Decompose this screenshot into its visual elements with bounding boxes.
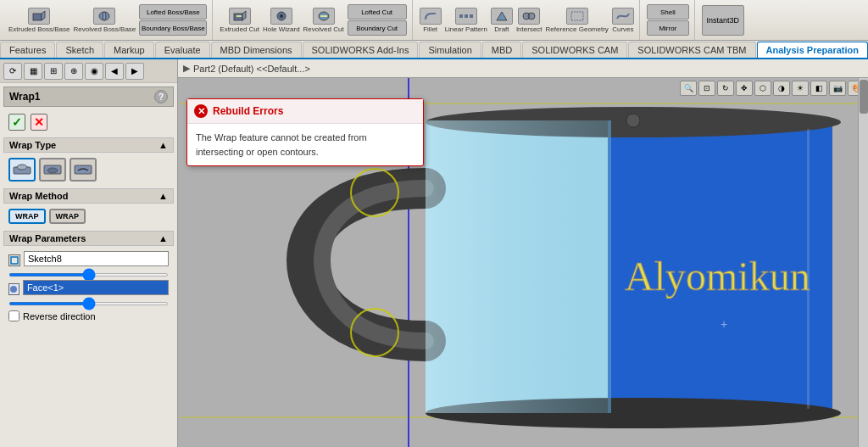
fillet-item[interactable]: Fillet — [420, 8, 442, 33]
scrollbar-thumb[interactable] — [860, 80, 868, 114]
sketch-icon — [8, 254, 20, 266]
tab-bar: Features Sketch Markup Evaluate MBD Dime… — [0, 41, 868, 59]
fillet-icon[interactable] — [420, 8, 442, 25]
wrap-method-section-header[interactable]: Wrap Method ▲ — [3, 188, 174, 204]
tab-evaluate[interactable]: Evaluate — [155, 42, 210, 58]
face-icon — [8, 283, 19, 295]
revolved-boss-item[interactable]: Revolved Boss/Base — [73, 8, 136, 33]
wrap-method-buttons: WRAP WRAP — [8, 209, 169, 224]
toolbar-group-features: Fillet Linear Pattern Draft Intersect Re… — [415, 0, 640, 40]
path-bar: ▶ Part2 (Default) <<Default...> — [178, 59, 868, 78]
lofted-cut-icon[interactable]: Lofted Cut — [348, 4, 407, 20]
panel-tool-color[interactable]: ◉ — [85, 63, 103, 80]
hole-wizard-item[interactable]: Hole Wizard — [263, 8, 300, 33]
instant3d-item[interactable]: Instant3D — [702, 5, 744, 36]
panel-tool-nav2[interactable]: ▶ — [125, 63, 144, 80]
draft-icon[interactable] — [491, 8, 513, 25]
error-popup: ✕ Rebuild Errors The Wrap feature cannot… — [186, 98, 424, 166]
wrap-params-collapse: ▲ — [159, 233, 168, 243]
tab-analysis-prep[interactable]: Analysis Preparation — [757, 42, 868, 58]
svg-marker-5 — [242, 11, 246, 20]
curves-label: Curves — [612, 25, 633, 33]
wrap-type-deboss-btn[interactable] — [39, 158, 66, 182]
draft-label: Draft — [494, 25, 509, 33]
slider-row — [8, 273, 169, 277]
mug-glass-overlay — [426, 120, 608, 413]
face-slider[interactable] — [8, 302, 169, 305]
ref-geometry-icon[interactable] — [566, 8, 588, 25]
curves-icon[interactable] — [612, 8, 634, 25]
svg-point-8 — [280, 14, 283, 18]
linear-pattern-item[interactable]: Linear Pattern — [445, 8, 487, 33]
svg-marker-14 — [497, 12, 507, 20]
revolved-cut-item[interactable]: Revolved Cut — [303, 8, 344, 33]
tab-features[interactable]: Features — [0, 42, 55, 58]
reverse-direction-checkbox[interactable] — [8, 310, 19, 321]
accept-button[interactable]: ✓ — [8, 114, 25, 131]
tab-sketch[interactable]: Sketch — [56, 42, 103, 58]
reject-button[interactable]: ✕ — [31, 114, 47, 131]
boundary-cut-icon[interactable]: Boundary Cut — [348, 20, 407, 36]
extruded-boss-label: Extruded Boss/Base — [8, 25, 70, 33]
wrap-method-content: WRAP WRAP — [3, 205, 174, 227]
svg-rect-17 — [571, 12, 583, 20]
revolved-boss-icon[interactable] — [93, 8, 115, 25]
panel-tool-nav1[interactable]: ◀ — [105, 63, 124, 80]
error-header: ✕ Rebuild Errors — [187, 99, 423, 124]
draft-item[interactable]: Draft — [491, 8, 513, 33]
sketch-row — [8, 251, 169, 270]
face-selected-field[interactable]: Face<1> — [23, 280, 169, 295]
tab-sw-cam-tbm[interactable]: SOLIDWORKS CAM TBM — [628, 42, 755, 58]
lofted-boss-icon[interactable]: Lofted Boss/Base — [139, 4, 207, 20]
extruded-boss-item[interactable]: Extruded Boss/Base — [8, 8, 70, 33]
tab-markup[interactable]: Markup — [104, 42, 154, 58]
shell-icon[interactable]: Shell — [647, 4, 689, 20]
tab-simulation[interactable]: Simulation — [419, 42, 481, 58]
sketch-slider[interactable] — [8, 273, 169, 277]
hole-wizard-icon[interactable] — [270, 8, 292, 25]
panel-tool-grid[interactable]: ▦ — [24, 63, 42, 80]
wrap-type-scribe-btn[interactable] — [70, 158, 97, 182]
panel-tool-rotate[interactable]: ⟳ — [3, 63, 22, 80]
reverse-direction-label: Reverse direction — [23, 311, 96, 321]
tab-mbd-dimensions[interactable]: MBD Dimensions — [211, 42, 302, 58]
tab-mbd[interactable]: MBD — [482, 42, 521, 58]
panel-toolbar: ⟳ ▦ ⊞ ⊕ ◉ ◀ ▶ — [0, 59, 177, 83]
wrap-type-section-header[interactable]: Wrap Type ▲ — [3, 137, 174, 153]
viewport-scrollbar[interactable] — [858, 78, 868, 447]
extruded-cut-icon[interactable] — [229, 8, 251, 25]
intersect-icon[interactable] — [518, 8, 540, 25]
tab-solidworks-addins[interactable]: SOLIDWORKS Add-Ins — [303, 42, 419, 58]
instant3d-icon[interactable]: Instant3D — [702, 5, 744, 36]
wrap-type-content — [3, 154, 174, 185]
intersect-item[interactable]: Intersect — [516, 8, 542, 33]
wrap-type-label: Wrap Type — [9, 140, 56, 150]
svg-rect-4 — [234, 14, 242, 20]
extruded-cut-item[interactable]: Extruded Cut — [220, 8, 259, 33]
wrap-type-emboss-btn[interactable] — [8, 158, 36, 182]
extruded-boss-icon[interactable] — [28, 8, 50, 25]
wrap-params-section-header[interactable]: Wrap Parameters ▲ — [3, 231, 174, 246]
wrap-method-btn2[interactable]: WRAP — [49, 209, 86, 224]
toolbar-group-cut: Extruded Cut Hole Wizard Revolved Cut Lo… — [214, 0, 412, 40]
wrap-method-label: Wrap Method — [9, 191, 68, 201]
tab-sw-cam[interactable]: SOLIDWORKS CAM — [522, 42, 627, 58]
panel-tool-tree[interactable]: ⊞ — [44, 63, 63, 80]
panel-tool-crosshair[interactable]: ⊕ — [64, 63, 83, 80]
mug-right-highlight — [807, 129, 810, 409]
boundary-boss-icon[interactable]: Boundary Boss/Base — [139, 20, 207, 36]
toolbar-group-boss: Extruded Boss/Base Revolved Boss/Base Lo… — [3, 0, 213, 40]
face-row: Face<1> — [8, 280, 169, 299]
fillet-label: Fillet — [423, 25, 437, 33]
curves-item[interactable]: Curves — [612, 8, 634, 33]
wrap-method-collapse: ▲ — [159, 191, 168, 201]
linear-pattern-icon[interactable] — [455, 8, 477, 25]
wrap-method-btn1[interactable]: WRAP — [8, 209, 46, 224]
revolved-boss-label: Revolved Boss/Base — [73, 25, 136, 33]
info-button[interactable]: ? — [154, 90, 168, 103]
revolved-cut-icon[interactable] — [313, 8, 335, 25]
ref-geometry-item[interactable]: Reference Geometry — [546, 8, 609, 33]
wrap-panel-title: Wrap1 — [9, 91, 40, 103]
sketch-input[interactable] — [24, 251, 169, 266]
mirror-icon[interactable]: Mirror — [647, 20, 689, 36]
